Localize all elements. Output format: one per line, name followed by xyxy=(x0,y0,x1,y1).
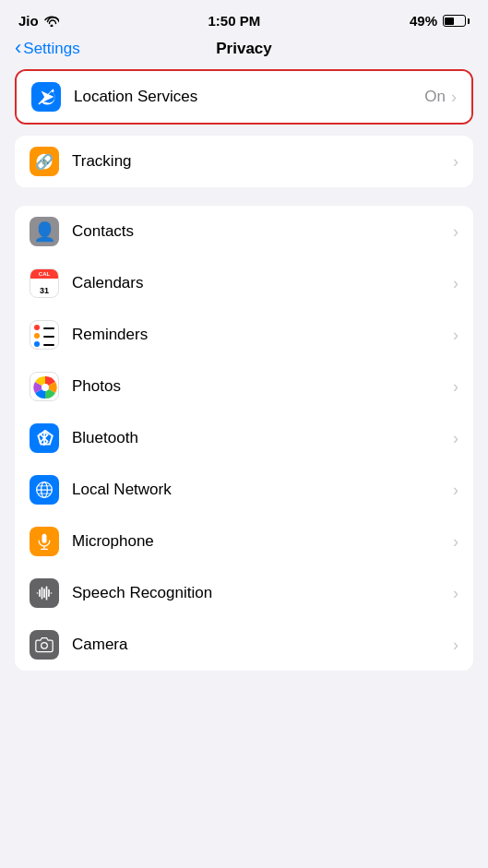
contacts-label: Contacts xyxy=(72,222,453,241)
navigation-bar: ‹ Settings Privacy xyxy=(0,36,488,69)
svg-point-16 xyxy=(42,643,48,649)
top-section: ➤ Location Services On › 🔗 Tracking › xyxy=(0,69,488,187)
status-bar: Jio 1:50 PM 49% xyxy=(0,0,488,36)
carrier-label: Jio xyxy=(18,13,39,29)
photos-svg-icon xyxy=(30,373,59,401)
bluetooth-chevron-icon: › xyxy=(453,430,458,446)
photos-icon xyxy=(30,372,59,401)
bluetooth-svg-icon xyxy=(35,429,54,447)
reminders-label: Reminders xyxy=(72,326,453,344)
reminders-icon xyxy=(30,320,59,350)
microphone-item[interactable]: Microphone › xyxy=(15,516,473,567)
location-services-icon: ➤ xyxy=(31,82,61,112)
location-services-item[interactable]: ➤ Location Services On › xyxy=(17,71,471,123)
reminders-item[interactable]: Reminders › xyxy=(15,309,473,361)
camera-icon xyxy=(30,630,59,660)
microphone-icon xyxy=(30,527,59,556)
svg-point-0 xyxy=(42,384,49,391)
camera-item[interactable]: Camera › xyxy=(15,619,473,671)
speech-recognition-icon xyxy=(30,578,59,608)
back-label: Settings xyxy=(23,40,79,58)
camera-label: Camera xyxy=(72,636,453,654)
bluetooth-item[interactable]: ⬠ Bluetooth › xyxy=(15,412,473,464)
time-display: 1:50 PM xyxy=(208,13,260,29)
location-services-label: Location Services xyxy=(74,88,424,106)
battery-icon xyxy=(443,15,470,27)
photos-label: Photos xyxy=(72,377,453,396)
contacts-icon: 👤 xyxy=(30,217,59,246)
bluetooth-icon: ⬠ xyxy=(30,423,59,453)
svg-rect-6 xyxy=(42,534,47,543)
speech-recognition-chevron-icon: › xyxy=(453,585,458,601)
speech-recognition-item[interactable]: Speech Recognition › xyxy=(15,567,473,619)
local-network-item[interactable]: Local Network › xyxy=(15,464,473,516)
local-network-icon xyxy=(30,475,59,505)
page-title: Privacy xyxy=(216,40,272,58)
battery-status: 49% xyxy=(410,13,470,29)
photos-item[interactable]: Photos › xyxy=(15,361,473,412)
reminders-chevron-icon: › xyxy=(453,327,458,343)
content-area: ➤ Location Services On › 🔗 Tracking › xyxy=(0,69,488,707)
contacts-item[interactable]: 👤 Contacts › xyxy=(15,206,473,257)
back-chevron-icon: ‹ xyxy=(15,38,21,58)
tracking-section: 🔗 Tracking › xyxy=(15,136,473,187)
waveform-svg-icon xyxy=(35,584,54,602)
permissions-list: 👤 Contacts › 31 CAL Calendars › xyxy=(15,206,473,671)
local-network-chevron-icon: › xyxy=(453,482,458,498)
speech-recognition-label: Speech Recognition xyxy=(72,584,453,602)
microphone-chevron-icon: › xyxy=(453,533,458,550)
camera-chevron-icon: › xyxy=(453,636,458,653)
microphone-svg-icon xyxy=(35,532,54,551)
photos-chevron-icon: › xyxy=(453,378,458,395)
bottom-section: 👤 Contacts › 31 CAL Calendars › xyxy=(0,206,488,671)
calendars-icon: 31 CAL xyxy=(30,268,59,298)
tracking-label: Tracking xyxy=(72,152,453,171)
calendars-item[interactable]: 31 CAL Calendars › xyxy=(15,257,473,309)
contacts-chevron-icon: › xyxy=(453,223,458,240)
tracking-chevron-icon: › xyxy=(453,153,458,170)
globe-svg-icon xyxy=(35,481,54,499)
calendars-label: Calendars xyxy=(72,274,453,292)
back-button[interactable]: ‹ Settings xyxy=(15,40,80,58)
local-network-label: Local Network xyxy=(72,481,453,499)
location-services-chevron-icon: › xyxy=(451,89,457,105)
bluetooth-label: Bluetooth xyxy=(72,429,453,447)
carrier-signal: Jio xyxy=(18,13,59,29)
tracking-icon: 🔗 xyxy=(30,147,59,176)
location-services-value: On xyxy=(424,88,446,106)
microphone-label: Microphone xyxy=(72,532,453,551)
calendars-chevron-icon: › xyxy=(453,275,458,291)
camera-svg-icon xyxy=(35,636,54,654)
tracking-item[interactable]: 🔗 Tracking › xyxy=(15,136,473,187)
battery-percentage: 49% xyxy=(410,13,437,29)
wifi-icon xyxy=(44,16,59,27)
